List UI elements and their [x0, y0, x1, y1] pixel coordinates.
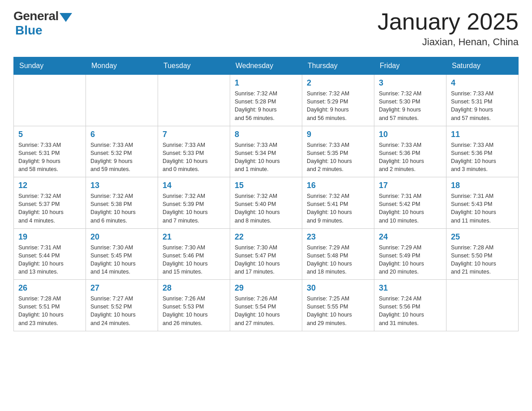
day-header-monday: Monday: [86, 57, 158, 75]
day-info: Sunrise: 7:32 AM Sunset: 5:30 PM Dayligh…: [379, 90, 442, 122]
calendar-cell: 9Sunrise: 7:33 AM Sunset: 5:35 PM Daylig…: [302, 126, 374, 177]
calendar-title: January 2025: [378, 9, 519, 34]
calendar-cell: 18Sunrise: 7:31 AM Sunset: 5:43 PM Dayli…: [446, 177, 519, 229]
day-info: Sunrise: 7:32 AM Sunset: 5:38 PM Dayligh…: [90, 192, 153, 225]
calendar-cell: 25Sunrise: 7:28 AM Sunset: 5:50 PM Dayli…: [446, 228, 519, 280]
day-number: 26: [18, 283, 81, 293]
day-info: Sunrise: 7:33 AM Sunset: 5:32 PM Dayligh…: [90, 141, 153, 174]
week-row-4: 19Sunrise: 7:31 AM Sunset: 5:44 PM Dayli…: [14, 228, 519, 280]
day-header-friday: Friday: [374, 57, 446, 75]
day-number: 24: [379, 232, 442, 242]
day-number: 2: [307, 78, 369, 88]
day-info: Sunrise: 7:27 AM Sunset: 5:52 PM Dayligh…: [90, 295, 153, 327]
calendar-cell: [14, 75, 86, 126]
day-info: Sunrise: 7:28 AM Sunset: 5:51 PM Dayligh…: [18, 295, 81, 327]
day-info: Sunrise: 7:33 AM Sunset: 5:36 PM Dayligh…: [451, 141, 514, 174]
day-number: 31: [379, 283, 442, 293]
day-header-sunday: Sunday: [14, 57, 86, 75]
day-info: Sunrise: 7:26 AM Sunset: 5:53 PM Dayligh…: [163, 295, 225, 327]
day-info: Sunrise: 7:30 AM Sunset: 5:47 PM Dayligh…: [235, 244, 297, 276]
calendar-cell: 10Sunrise: 7:33 AM Sunset: 5:36 PM Dayli…: [374, 126, 446, 177]
day-number: 30: [307, 283, 369, 293]
day-info: Sunrise: 7:31 AM Sunset: 5:44 PM Dayligh…: [18, 244, 81, 276]
day-number: 5: [18, 130, 81, 139]
calendar-cell: 26Sunrise: 7:28 AM Sunset: 5:51 PM Dayli…: [14, 280, 86, 331]
day-number: 9: [307, 130, 369, 139]
calendar-cell: 23Sunrise: 7:29 AM Sunset: 5:48 PM Dayli…: [302, 228, 374, 280]
day-number: 11: [451, 130, 514, 139]
calendar-cell: 15Sunrise: 7:32 AM Sunset: 5:40 PM Dayli…: [230, 177, 302, 229]
day-info: Sunrise: 7:32 AM Sunset: 5:39 PM Dayligh…: [163, 192, 225, 225]
week-row-5: 26Sunrise: 7:28 AM Sunset: 5:51 PM Dayli…: [14, 280, 519, 331]
day-number: 29: [235, 283, 297, 293]
day-info: Sunrise: 7:26 AM Sunset: 5:54 PM Dayligh…: [235, 295, 297, 327]
day-number: 12: [18, 181, 81, 190]
logo-general-text: General: [13, 9, 59, 23]
day-number: 1: [235, 78, 297, 88]
day-number: 14: [163, 181, 225, 190]
calendar-cell: 27Sunrise: 7:27 AM Sunset: 5:52 PM Dayli…: [86, 280, 158, 331]
calendar-cell: 5Sunrise: 7:33 AM Sunset: 5:31 PM Daylig…: [14, 126, 86, 177]
calendar-cell: 21Sunrise: 7:30 AM Sunset: 5:46 PM Dayli…: [158, 228, 230, 280]
calendar-cell: 31Sunrise: 7:24 AM Sunset: 5:56 PM Dayli…: [374, 280, 446, 331]
day-number: 8: [235, 130, 297, 139]
calendar-cell: 16Sunrise: 7:32 AM Sunset: 5:41 PM Dayli…: [302, 177, 374, 229]
day-info: Sunrise: 7:25 AM Sunset: 5:55 PM Dayligh…: [307, 295, 369, 327]
day-info: Sunrise: 7:33 AM Sunset: 5:31 PM Dayligh…: [451, 90, 514, 122]
day-number: 19: [18, 232, 81, 242]
calendar-cell: 6Sunrise: 7:33 AM Sunset: 5:32 PM Daylig…: [86, 126, 158, 177]
day-info: Sunrise: 7:32 AM Sunset: 5:37 PM Dayligh…: [18, 192, 81, 225]
week-row-2: 5Sunrise: 7:33 AM Sunset: 5:31 PM Daylig…: [14, 126, 519, 177]
calendar-cell: 28Sunrise: 7:26 AM Sunset: 5:53 PM Dayli…: [158, 280, 230, 331]
day-number: 17: [379, 181, 442, 190]
title-block: January 2025 Jiaxian, Henan, China: [378, 9, 519, 48]
day-header-saturday: Saturday: [446, 57, 519, 75]
calendar-cell: 8Sunrise: 7:33 AM Sunset: 5:34 PM Daylig…: [230, 126, 302, 177]
calendar-cell: 30Sunrise: 7:25 AM Sunset: 5:55 PM Dayli…: [302, 280, 374, 331]
day-info: Sunrise: 7:30 AM Sunset: 5:45 PM Dayligh…: [90, 244, 153, 276]
calendar-cell: 20Sunrise: 7:30 AM Sunset: 5:45 PM Dayli…: [86, 228, 158, 280]
day-number: 13: [90, 181, 153, 190]
day-number: 18: [451, 181, 514, 190]
day-info: Sunrise: 7:33 AM Sunset: 5:33 PM Dayligh…: [163, 141, 225, 174]
day-number: 10: [379, 130, 442, 139]
day-header-tuesday: Tuesday: [158, 57, 230, 75]
day-info: Sunrise: 7:33 AM Sunset: 5:34 PM Dayligh…: [235, 141, 297, 174]
calendar-cell: 12Sunrise: 7:32 AM Sunset: 5:37 PM Dayli…: [14, 177, 86, 229]
day-info: Sunrise: 7:32 AM Sunset: 5:40 PM Dayligh…: [235, 192, 297, 225]
day-info: Sunrise: 7:32 AM Sunset: 5:28 PM Dayligh…: [235, 90, 297, 122]
calendar-cell: 24Sunrise: 7:29 AM Sunset: 5:49 PM Dayli…: [374, 228, 446, 280]
day-header-thursday: Thursday: [302, 57, 374, 75]
calendar-cell: [446, 280, 519, 331]
day-number: 7: [163, 130, 225, 139]
calendar-cell: 11Sunrise: 7:33 AM Sunset: 5:36 PM Dayli…: [446, 126, 519, 177]
day-number: 23: [307, 232, 369, 242]
calendar-cell: 13Sunrise: 7:32 AM Sunset: 5:38 PM Dayli…: [86, 177, 158, 229]
day-info: Sunrise: 7:32 AM Sunset: 5:29 PM Dayligh…: [307, 90, 369, 122]
day-info: Sunrise: 7:33 AM Sunset: 5:36 PM Dayligh…: [379, 141, 442, 174]
calendar-cell: [158, 75, 230, 126]
day-number: 15: [235, 181, 297, 190]
day-number: 20: [90, 232, 153, 242]
day-number: 4: [451, 78, 514, 88]
calendar-cell: [86, 75, 158, 126]
calendar-cell: 14Sunrise: 7:32 AM Sunset: 5:39 PM Dayli…: [158, 177, 230, 229]
day-info: Sunrise: 7:33 AM Sunset: 5:31 PM Dayligh…: [18, 141, 81, 174]
calendar-cell: 29Sunrise: 7:26 AM Sunset: 5:54 PM Dayli…: [230, 280, 302, 331]
logo: General Blue: [13, 9, 72, 38]
day-info: Sunrise: 7:31 AM Sunset: 5:42 PM Dayligh…: [379, 192, 442, 225]
calendar-cell: 22Sunrise: 7:30 AM Sunset: 5:47 PM Dayli…: [230, 228, 302, 280]
logo-blue-text: Blue: [15, 23, 43, 38]
day-info: Sunrise: 7:32 AM Sunset: 5:41 PM Dayligh…: [307, 192, 369, 225]
day-info: Sunrise: 7:24 AM Sunset: 5:56 PM Dayligh…: [379, 295, 442, 327]
day-number: 27: [90, 283, 153, 293]
day-number: 22: [235, 232, 297, 242]
calendar-cell: 4Sunrise: 7:33 AM Sunset: 5:31 PM Daylig…: [446, 75, 519, 126]
calendar-cell: 1Sunrise: 7:32 AM Sunset: 5:28 PM Daylig…: [230, 75, 302, 126]
day-info: Sunrise: 7:31 AM Sunset: 5:43 PM Dayligh…: [451, 192, 514, 225]
week-row-1: 1Sunrise: 7:32 AM Sunset: 5:28 PM Daylig…: [14, 75, 519, 126]
day-info: Sunrise: 7:29 AM Sunset: 5:49 PM Dayligh…: [379, 244, 442, 276]
calendar-table: SundayMondayTuesdayWednesdayThursdayFrid…: [13, 57, 519, 331]
day-info: Sunrise: 7:29 AM Sunset: 5:48 PM Dayligh…: [307, 244, 369, 276]
day-info: Sunrise: 7:30 AM Sunset: 5:46 PM Dayligh…: [163, 244, 225, 276]
